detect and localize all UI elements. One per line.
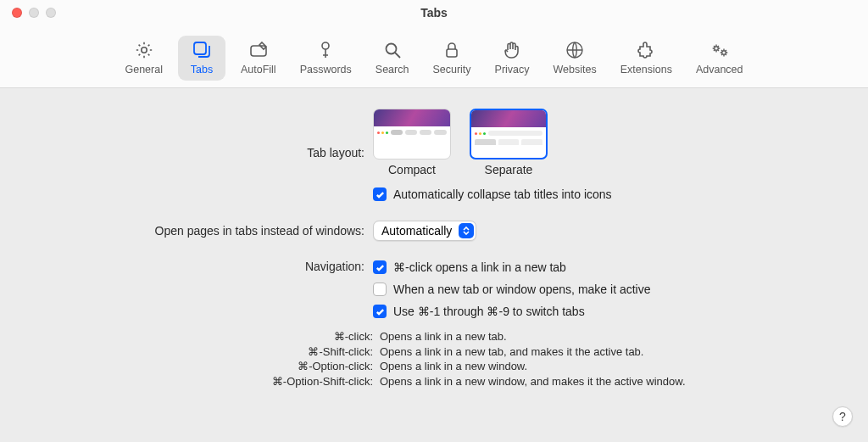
checkbox-icon xyxy=(373,283,387,296)
open-pages-popup[interactable]: Automatically xyxy=(373,221,476,241)
svg-point-0 xyxy=(142,48,147,53)
preferences-toolbar: General Tabs AutoFill Passwords xyxy=(0,25,868,88)
pencil-box-icon xyxy=(248,39,270,61)
titlebar: Tabs xyxy=(0,0,868,25)
navigation-label: Navigation: xyxy=(34,258,373,273)
preferences-window: Tabs General Tabs AutoFill xyxy=(0,0,868,442)
checkbox-label: Automatically collapse tab titles into i… xyxy=(393,187,612,201)
open-pages-label: Open pages in tabs instead of windows: xyxy=(34,224,373,238)
zoom-window-button[interactable] xyxy=(46,8,56,18)
shortcut-key: ⌘-Option-Shift-click: xyxy=(34,374,373,389)
tab-label: Extensions xyxy=(620,64,672,76)
gear-icon xyxy=(133,39,155,61)
tab-label: Advanced xyxy=(696,64,743,76)
tab-tabs[interactable]: Tabs xyxy=(178,36,225,81)
checkbox-make-active[interactable]: When a new tab or window opens, make it … xyxy=(373,283,834,296)
shortcut-desc: Opens a link in a new tab. xyxy=(380,329,834,344)
checkbox-label: Use ⌘-1 through ⌘-9 to switch tabs xyxy=(393,305,585,318)
shortcut-desc: Opens a link in a new tab, and makes it … xyxy=(380,344,834,360)
svg-point-3 xyxy=(322,42,329,49)
close-window-button[interactable] xyxy=(12,8,22,18)
tab-extensions[interactable]: Extensions xyxy=(612,36,681,81)
window-title: Tabs xyxy=(420,6,448,20)
tab-autofill[interactable]: AutoFill xyxy=(232,36,285,81)
svg-point-4 xyxy=(386,44,396,54)
tab-label: Websites xyxy=(554,64,597,76)
layout-option-separate[interactable] xyxy=(470,109,548,159)
tab-label: Tabs xyxy=(191,64,213,76)
svg-point-7 xyxy=(714,47,718,51)
checkbox-label: When a new tab or window opens, make it … xyxy=(393,283,651,296)
layout-caption-separate: Separate xyxy=(485,163,533,176)
svg-rect-1 xyxy=(194,42,206,54)
tab-security[interactable]: Security xyxy=(424,36,479,81)
shortcut-desc: Opens a link in a new window. xyxy=(380,359,834,374)
svg-rect-5 xyxy=(447,49,457,57)
checkbox-icon xyxy=(373,305,387,318)
globe-icon xyxy=(564,39,586,61)
tab-label: AutoFill xyxy=(241,64,276,76)
popup-arrows-icon xyxy=(459,223,474,238)
shortcut-desc: Opens a link in a new window, and makes … xyxy=(380,374,834,389)
checkbox-cmd-click[interactable]: ⌘-click opens a link in a new tab xyxy=(373,260,834,274)
checkbox-label: ⌘-click opens a link in a new tab xyxy=(393,260,566,274)
checkbox-cmd-numbers[interactable]: Use ⌘-1 through ⌘-9 to switch tabs xyxy=(373,305,834,318)
svg-point-8 xyxy=(721,51,726,55)
tab-label: Security xyxy=(432,64,470,76)
tab-label: Passwords xyxy=(300,64,352,76)
checkbox-icon xyxy=(373,260,387,274)
minimize-window-button[interactable] xyxy=(29,8,39,18)
hand-icon xyxy=(501,39,523,61)
tab-label: General xyxy=(125,64,162,76)
tab-general[interactable]: General xyxy=(116,36,170,81)
shortcut-key: ⌘-Option-click: xyxy=(34,359,373,374)
key-icon xyxy=(314,39,337,61)
tabs-pane: Tab layout: xyxy=(0,88,868,406)
traffic-lights xyxy=(12,8,56,18)
tab-passwords[interactable]: Passwords xyxy=(292,36,360,81)
tab-privacy[interactable]: Privacy xyxy=(487,36,538,81)
tab-label: Privacy xyxy=(495,64,530,76)
popup-value: Automatically xyxy=(381,224,452,238)
layout-option-compact[interactable] xyxy=(373,109,451,159)
shortcut-key: ⌘-click: xyxy=(34,329,373,344)
tab-layout-options: Compact Separate xyxy=(373,109,834,176)
layout-caption-compact: Compact xyxy=(388,163,436,176)
tab-search[interactable]: Search xyxy=(367,36,418,81)
tab-advanced[interactable]: Advanced xyxy=(687,36,752,81)
checkbox-collapse-titles[interactable]: Automatically collapse tab titles into i… xyxy=(373,187,834,201)
lock-icon xyxy=(441,39,463,61)
tab-layout-label: Tab layout: xyxy=(34,109,373,159)
svg-rect-2 xyxy=(251,46,266,56)
shortcuts-help: ⌘-click: Opens a link in a new tab. ⌘-Sh… xyxy=(34,329,834,389)
checkbox-icon xyxy=(373,187,387,201)
shortcut-key: ⌘-Shift-click: xyxy=(34,344,373,360)
search-icon xyxy=(381,39,403,61)
gears-icon xyxy=(709,39,731,61)
tab-label: Search xyxy=(376,64,409,76)
tabs-icon xyxy=(191,39,213,61)
puzzle-icon xyxy=(635,39,657,61)
help-icon: ? xyxy=(839,410,846,423)
help-button[interactable]: ? xyxy=(832,406,853,427)
tab-websites[interactable]: Websites xyxy=(545,36,605,81)
